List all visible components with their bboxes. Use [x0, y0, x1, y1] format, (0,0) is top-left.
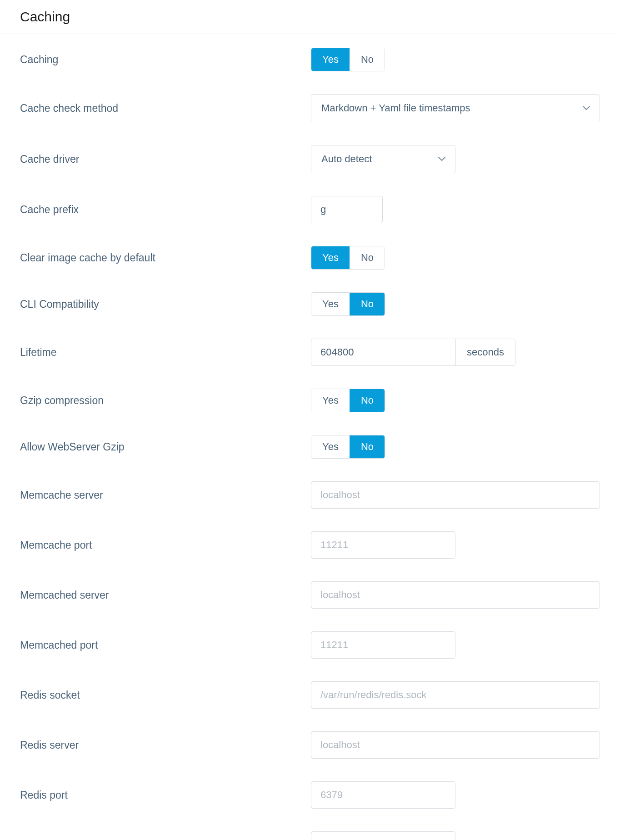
addon-lifetime-unit: seconds: [455, 339, 515, 366]
label-memcache-port: Memcache port: [20, 539, 311, 551]
select-cache-check-method-value: Markdown + Yaml file timestamps: [321, 102, 470, 114]
label-redis-socket: Redis socket: [20, 689, 311, 701]
label-cache-prefix: Cache prefix: [20, 204, 311, 216]
label-web-gzip: Allow WebServer Gzip: [20, 441, 311, 453]
row-redis-socket: Redis socket: [20, 681, 600, 709]
row-memcache-port: Memcache port: [20, 531, 600, 559]
label-caching: Caching: [20, 54, 311, 66]
label-cache-driver: Cache driver: [20, 153, 311, 165]
select-cache-driver[interactable]: Auto detect: [311, 145, 455, 173]
row-web-gzip: Allow WebServer Gzip Yes No: [20, 435, 600, 459]
toggle-cli-compat-no[interactable]: No: [350, 293, 385, 315]
row-lifetime: Lifetime seconds: [20, 339, 600, 366]
input-memcache-port[interactable]: [311, 531, 455, 559]
select-cache-driver-value: Auto detect: [321, 153, 372, 165]
row-memcache-server: Memcache server: [20, 481, 600, 509]
row-redis-port: Redis port: [20, 781, 600, 809]
select-cache-check-method[interactable]: Markdown + Yaml file timestamps: [311, 94, 600, 122]
row-clear-image-cache: Clear image cache by default Yes No: [20, 246, 600, 270]
label-cli-compat: CLI Compatibility: [20, 298, 311, 310]
input-redis-port[interactable]: [311, 781, 455, 809]
input-memcached-server[interactable]: [311, 581, 600, 609]
chevron-down-icon: [582, 104, 590, 112]
row-memcached-port: Memcached port: [20, 631, 600, 659]
row-caching: Caching Yes No: [20, 48, 600, 71]
label-redis-port: Redis port: [20, 789, 311, 801]
toggle-cli-compat: Yes No: [311, 292, 385, 316]
input-memcache-server[interactable]: [311, 481, 600, 509]
settings-form: Caching Yes No Cache check method Markdo…: [0, 34, 620, 840]
input-redis-password[interactable]: [311, 831, 455, 840]
toggle-web-gzip: Yes No: [311, 435, 385, 459]
row-redis-password: Redis password/secret: [20, 831, 600, 840]
label-gzip: Gzip compression: [20, 395, 311, 407]
input-memcached-port[interactable]: [311, 631, 455, 659]
row-cache-check-method: Cache check method Markdown + Yaml file …: [20, 94, 600, 122]
label-cache-check-method: Cache check method: [20, 102, 311, 115]
toggle-web-gzip-yes[interactable]: Yes: [311, 435, 350, 458]
label-memcached-server: Memcached server: [20, 589, 311, 601]
toggle-cli-compat-yes[interactable]: Yes: [311, 293, 350, 315]
label-lifetime: Lifetime: [20, 346, 311, 359]
chevron-down-icon: [438, 155, 446, 163]
section-title: Caching: [0, 0, 620, 34]
toggle-clear-image-cache: Yes No: [311, 246, 385, 270]
toggle-caching-no[interactable]: No: [350, 48, 385, 71]
toggle-clear-image-cache-no[interactable]: No: [350, 246, 385, 269]
row-cache-driver: Cache driver Auto detect: [20, 145, 600, 173]
toggle-clear-image-cache-yes[interactable]: Yes: [311, 246, 350, 269]
input-redis-socket[interactable]: [311, 681, 600, 709]
row-memcached-server: Memcached server: [20, 581, 600, 609]
toggle-caching-yes[interactable]: Yes: [311, 48, 350, 71]
label-clear-image-cache: Clear image cache by default: [20, 252, 311, 264]
toggle-gzip: Yes No: [311, 389, 385, 412]
row-gzip: Gzip compression Yes No: [20, 389, 600, 412]
toggle-web-gzip-no[interactable]: No: [350, 435, 385, 458]
row-cli-compat: CLI Compatibility Yes No: [20, 292, 600, 316]
toggle-gzip-yes[interactable]: Yes: [311, 389, 350, 412]
toggle-gzip-no[interactable]: No: [350, 389, 385, 412]
label-memcache-server: Memcache server: [20, 489, 311, 501]
toggle-caching: Yes No: [311, 48, 385, 71]
label-redis-server: Redis server: [20, 739, 311, 751]
label-memcached-port: Memcached port: [20, 639, 311, 651]
row-redis-server: Redis server: [20, 731, 600, 759]
row-cache-prefix: Cache prefix: [20, 196, 600, 223]
input-group-lifetime: seconds: [311, 339, 515, 366]
input-redis-server[interactable]: [311, 731, 600, 759]
input-lifetime[interactable]: [311, 339, 455, 366]
input-cache-prefix[interactable]: [311, 196, 383, 223]
